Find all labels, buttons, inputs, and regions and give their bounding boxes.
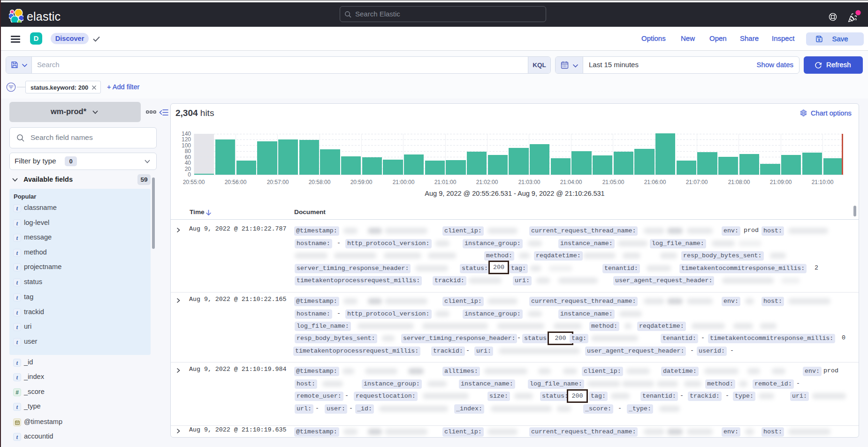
svg-text:20:59:00: 20:59:00 (350, 179, 373, 185)
svg-text:21:05:00: 21:05:00 (602, 179, 624, 185)
svg-text:21:00:00: 21:00:00 (393, 179, 415, 185)
svg-text:21:10:00: 21:10:00 (812, 179, 834, 185)
svg-text:21:01:00: 21:01:00 (434, 179, 457, 185)
svg-text:20:57:00: 20:57:00 (267, 179, 289, 185)
svg-text:21:09:00: 21:09:00 (770, 179, 792, 185)
svg-text:21:04:00: 21:04:00 (560, 179, 582, 185)
svg-text:40: 40 (185, 160, 191, 166)
svg-text:20: 20 (185, 166, 191, 172)
svg-text:120: 120 (182, 136, 191, 143)
svg-text:80: 80 (185, 148, 191, 154)
svg-text:100: 100 (182, 142, 191, 149)
svg-text:21:02:00: 21:02:00 (476, 179, 498, 185)
svg-text:21:03:00: 21:03:00 (518, 179, 541, 185)
svg-text:21:07:00: 21:07:00 (686, 179, 708, 185)
svg-text:21:06:00: 21:06:00 (644, 179, 666, 185)
svg-text:20:56:00: 20:56:00 (225, 179, 247, 185)
svg-text:20:55:00: 20:55:00 (183, 179, 205, 185)
svg-text:60: 60 (185, 154, 191, 161)
svg-text:20:58:00: 20:58:00 (309, 179, 331, 185)
svg-text:140: 140 (182, 131, 191, 137)
svg-text:0: 0 (188, 171, 191, 178)
svg-text:21:08:00: 21:08:00 (728, 179, 750, 185)
